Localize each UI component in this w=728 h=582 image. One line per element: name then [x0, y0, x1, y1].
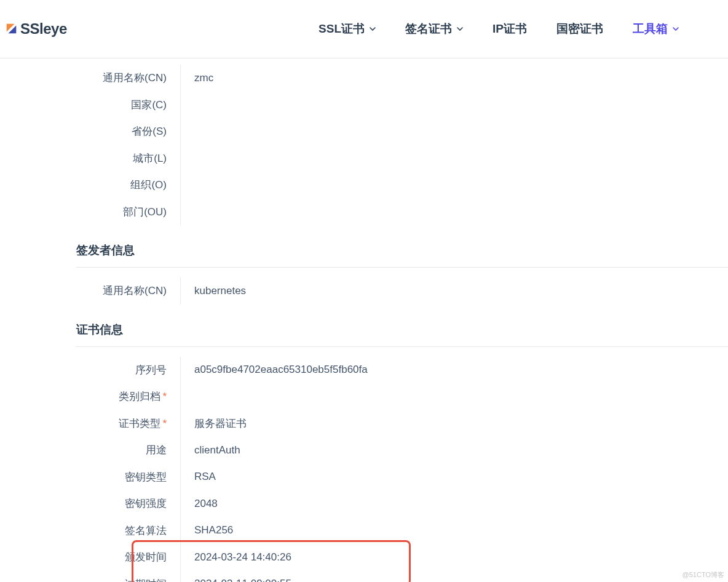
nav-ssl-cert[interactable]: SSL证书 [318, 21, 376, 37]
logo[interactable]: SSleye [5, 20, 67, 38]
nav-label: 国密证书 [556, 21, 603, 37]
nav-toolbox[interactable]: 工具箱 [633, 21, 679, 37]
watermark: @51CTO博客 [682, 570, 724, 580]
field-label: 颁发时间 [76, 544, 181, 571]
field-row-cn: 通用名称(CN) zmc [76, 65, 728, 92]
field-label: 签名算法 [76, 517, 181, 544]
field-label: 国家(C) [76, 92, 181, 119]
field-row-category: 类别归档* [76, 383, 728, 410]
nav-sign-cert[interactable]: 签名证书 [405, 21, 463, 37]
validity-highlight: 颁发时间 2024-03-24 14:40:26 过期时间 2034-03-11… [76, 544, 728, 582]
nav-gm-cert[interactable]: 国密证书 [556, 21, 603, 37]
field-row-country: 国家(C) [76, 92, 728, 119]
field-label: 序列号 [76, 357, 181, 384]
field-value: a05c9fbe4702eaac65310eb5f5fb60fa [181, 364, 368, 376]
field-value: 服务器证书 [181, 417, 247, 431]
field-label: 类别归档* [76, 383, 181, 410]
field-row-issuer-cn: 通用名称(CN) kubernetes [76, 277, 728, 305]
field-value: kubernetes [181, 285, 246, 297]
field-row-issue-time: 颁发时间 2024-03-24 14:40:26 [76, 544, 728, 571]
field-label: 省份(S) [76, 118, 181, 145]
chevron-down-icon [457, 27, 463, 31]
field-row-ou: 部门(OU) [76, 199, 728, 226]
top-nav: SSL证书 签名证书 IP证书 国密证书 工具箱 [318, 21, 728, 37]
field-label: 通用名称(CN) [76, 277, 181, 305]
nav-label: 签名证书 [405, 21, 452, 37]
logo-icon [5, 22, 18, 36]
field-label: 用途 [76, 437, 181, 464]
field-label: 城市(L) [76, 145, 181, 172]
field-value: SHA256 [181, 524, 233, 536]
field-row-usage: 用途 clientAuth [76, 437, 728, 464]
certinfo-section-title: 证书信息 [76, 305, 728, 347]
header: SSleye SSL证书 签名证书 IP证书 国密证书 工具箱 [0, 0, 728, 58]
nav-ip-cert[interactable]: IP证书 [493, 21, 527, 37]
field-row-cert-type: 证书类型* 服务器证书 [76, 410, 728, 437]
field-row-city: 城市(L) [76, 145, 728, 172]
chevron-down-icon [673, 27, 679, 31]
issuer-section-title: 签发者信息 [76, 225, 728, 268]
field-value: RSA [181, 471, 216, 483]
chevron-down-icon [370, 27, 376, 31]
field-row-key-strength: 密钥强度 2048 [76, 490, 728, 517]
nav-label: 工具箱 [633, 21, 668, 37]
field-value: clientAuth [181, 444, 240, 456]
field-row-serial: 序列号 a05c9fbe4702eaac65310eb5f5fb60fa [76, 357, 728, 384]
field-label: 密钥类型 [76, 464, 181, 491]
field-label: 密钥强度 [76, 490, 181, 517]
certinfo-section: 序列号 a05c9fbe4702eaac65310eb5f5fb60fa 类别归… [76, 357, 728, 583]
field-label: 证书类型* [76, 410, 181, 437]
field-value: zmc [181, 72, 213, 84]
field-row-key-type: 密钥类型 RSA [76, 464, 728, 491]
field-label: 通用名称(CN) [76, 65, 181, 92]
nav-label: SSL证书 [318, 21, 365, 37]
field-label: 组织(O) [76, 172, 181, 199]
brand-text: SSleye [20, 20, 67, 38]
field-row-state: 省份(S) [76, 118, 728, 145]
content: 通用名称(CN) zmc 国家(C) 省份(S) 城市(L) 组织(O) 部门(… [0, 58, 728, 582]
field-label: 部门(OU) [76, 199, 181, 226]
field-row-sig-alg: 签名算法 SHA256 [76, 517, 728, 544]
field-value: 2034-03-11 09:00:55 [181, 578, 291, 582]
issuer-section: 通用名称(CN) kubernetes [76, 277, 728, 305]
field-row-expire-time: 过期时间 2034-03-11 09:00:55 [76, 571, 728, 583]
subject-section: 通用名称(CN) zmc 国家(C) 省份(S) 城市(L) 组织(O) 部门(… [76, 65, 728, 225]
field-row-org: 组织(O) [76, 172, 728, 199]
field-value: 2024-03-24 14:40:26 [181, 551, 291, 564]
nav-label: IP证书 [493, 21, 527, 37]
field-label: 过期时间 [76, 571, 181, 583]
field-value: 2048 [181, 498, 218, 510]
